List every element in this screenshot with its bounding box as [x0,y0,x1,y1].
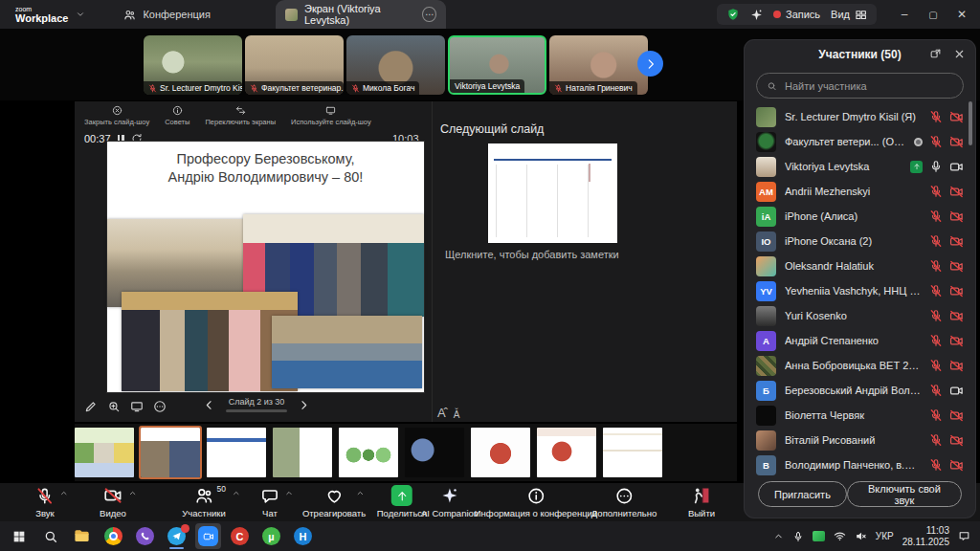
video-tile[interactable]: Факультет ветеринар... [245,35,344,95]
participant-row[interactable]: Віолетта Червяк [745,403,975,428]
participant-row[interactable]: Б Березовський Андрій Володимирович [745,378,975,403]
notes-placeholder[interactable]: Щелкните, чтобы добавить заметки [445,249,619,260]
audio-button[interactable]: Звук [35,486,54,518]
decrease-font-icon[interactable]: А̌ [454,409,460,420]
view-button[interactable]: Вид [831,9,867,21]
swap-displays-button[interactable]: Переключить экраны [205,105,276,126]
participant-row[interactable]: Oleksandr Halatiuk [745,253,975,278]
chat-caret-icon[interactable] [285,489,294,497]
previous-slide-icon[interactable] [203,399,215,411]
video-button[interactable]: Видео [100,486,126,518]
show-taskbar-icon[interactable] [130,400,144,413]
slide-thumbnail[interactable] [273,428,332,477]
participant-name: Володимир Панченко, в.о. нач ГУ ДП... [785,459,921,471]
zoom-app-button[interactable] [195,523,221,549]
current-slide[interactable]: Професору Березовському, Андрію Володими… [107,142,424,392]
chrome-button[interactable] [100,523,126,549]
speaker-muted-icon[interactable] [855,530,867,542]
close-button[interactable]: ✕ [949,3,974,26]
tips-button[interactable]: Советы [165,105,189,126]
telegram-button[interactable] [164,523,189,549]
leave-button[interactable]: Выйти [688,486,715,518]
participant-row[interactable]: Yuri Kosenko [745,303,975,328]
participant-row[interactable]: IO iPhone Оксана (2) [745,229,975,253]
notification-center-icon[interactable] [958,530,970,542]
video-options-caret-icon[interactable] [128,489,137,497]
participants-button[interactable]: 50 Участники [182,486,225,518]
video-tile[interactable]: Микола Богач [346,35,445,95]
taskbar-search-button[interactable] [37,523,63,549]
participant-row[interactable]: В Володимир Панченко, в.о. нач ГУ ДП... [745,452,975,477]
invite-button[interactable]: Пригласить [758,481,847,507]
chat-button[interactable]: Чат [261,486,279,518]
video-tile[interactable]: Наталія Гриневич [549,35,648,95]
ai-sparkle-icon[interactable] [750,9,763,21]
video-tile[interactable]: Viktoriya Levytska [448,35,546,95]
slide-thumbnail[interactable] [75,428,134,477]
share-screen-button[interactable]: Поделиться [377,486,427,518]
viber-button[interactable] [132,523,158,549]
increase-font-icon[interactable]: А̂ [437,406,446,420]
pen-icon[interactable] [84,400,98,413]
zoom-in-icon[interactable] [107,400,121,413]
participant-row[interactable]: Віталій Рисований [745,428,975,452]
end-slideshow-button[interactable]: Закрыть слайд-шоу [84,105,149,126]
slide-thumbnail[interactable] [207,428,266,477]
recording-indicator[interactable]: Запись [773,9,820,20]
h-app-button[interactable]: H [290,523,316,549]
slide-thumbnail[interactable] [339,428,398,477]
next-videos-button[interactable] [637,51,663,77]
participant-row[interactable]: А Андрій Степаненко [745,328,975,353]
participant-row[interactable]: AM Andrii Mezhenskyi [745,179,975,204]
tray-caret-up-icon[interactable] [773,531,784,541]
slide-thumbnail[interactable] [141,428,200,477]
participant-search[interactable] [756,73,964,99]
more-button[interactable]: Дополнительно [591,486,657,518]
slide-thumbnail[interactable] [537,428,596,477]
popout-icon[interactable] [929,48,942,60]
tray-mic-icon[interactable] [792,531,804,542]
security-shield-icon[interactable] [726,8,740,21]
more-options-icon[interactable] [153,400,167,413]
slide-thumbnail[interactable] [603,428,662,477]
next-slide-preview[interactable] [488,143,617,243]
slide-thumbnail[interactable] [471,428,530,477]
use-slideshow-button[interactable]: Используйте слайд-шоу [291,105,371,126]
participant-row[interactable]: Sr. Lecturer Dmytro Kisil (Я) [745,104,975,129]
mic-muted-icon [929,110,943,123]
maximize-button[interactable]: ▢ [921,3,946,26]
ai-companion-button[interactable]: AI Companion [421,486,479,518]
participant-row[interactable]: YV Yevheniia Vashchyk, ННЦ "Інститут ек.… [745,278,975,303]
participant-row[interactable]: Viktoriya Levytska [745,154,975,179]
react-button[interactable]: Отреагировать [302,486,366,518]
language-indicator[interactable]: УКР [876,531,894,541]
tab-screen-share[interactable]: Экран (Viktoriya Levytska) ⋯ [276,0,446,29]
next-slide-icon[interactable] [298,399,310,411]
tab-conference[interactable]: Конференция [123,9,210,21]
video-tile[interactable]: Sr. Lecturer Dmytro Kisil [144,35,242,95]
clock-date[interactable]: 11:03 28.11.2025 [902,525,949,548]
workspace-chevron-down-icon[interactable] [76,10,85,19]
tab-more-icon[interactable]: ⋯ [422,7,436,22]
slide-thumbnail[interactable] [405,428,464,477]
react-caret-icon[interactable] [356,489,365,497]
unmute-self-button[interactable]: Включить свой звук [847,481,962,507]
participant-row[interactable]: iА iPhone (Алиса) [745,204,975,229]
participant-search-input[interactable] [783,79,953,93]
participants-caret-icon[interactable] [232,489,240,497]
camera-off-icon [949,458,964,473]
minimize-button[interactable]: – [892,3,917,26]
participant-status [929,234,964,249]
panel-scrollbar[interactable] [969,101,972,145]
tray-green-app-icon[interactable] [813,531,825,541]
file-explorer-button[interactable] [69,523,95,549]
participant-row[interactable]: Факультет ветери... (Организатор) [745,129,975,154]
utorrent-button[interactable]: µ [258,523,284,549]
meeting-info-button[interactable]: Информация о конференции [475,486,598,518]
wifi-icon[interactable] [834,530,846,542]
participant-row[interactable]: Анна Бобровицька ВЕТ 2201-1 М-6 [745,353,975,378]
ccleaner-button[interactable]: C [227,523,253,549]
audio-options-caret-icon[interactable] [59,489,68,497]
start-button[interactable] [6,523,32,549]
close-panel-icon[interactable] [953,48,966,60]
